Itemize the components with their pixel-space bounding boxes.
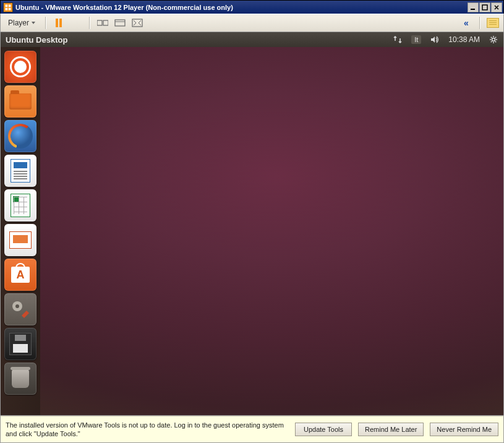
player-toolbar: Player « — [0, 14, 504, 32]
network-icon[interactable] — [393, 35, 403, 44]
unity-launcher: A — [1, 47, 40, 415]
never-remind-button[interactable]: Never Remind Me — [430, 423, 498, 436]
pause-vm-button[interactable] — [52, 16, 66, 30]
toolbar-separator — [89, 17, 90, 29]
manage-button[interactable] — [486, 16, 500, 30]
close-button[interactable] — [491, 2, 502, 12]
fullscreen-button[interactable] — [130, 16, 144, 30]
launcher-dash[interactable] — [4, 51, 36, 83]
launcher-trash[interactable] — [4, 363, 36, 395]
svg-rect-8 — [115, 20, 125, 26]
player-menu[interactable]: Player — [4, 17, 39, 28]
vmware-app-icon — [3, 2, 13, 12]
window-titlebar: Ubuntu - VMware Workstation 12 Player (N… — [0, 0, 504, 14]
panel-title: Ubuntu Desktop — [6, 35, 67, 45]
ubuntu-top-panel: Ubuntu Desktop It 10:38 AM — [1, 32, 503, 47]
minimize-button[interactable] — [468, 2, 479, 12]
caret-down-icon — [32, 22, 35, 24]
toolbar-separator — [45, 17, 46, 29]
trash-icon — [12, 369, 29, 388]
maximize-button[interactable] — [479, 2, 490, 12]
firefox-icon — [8, 124, 33, 148]
remind-later-button[interactable]: Remind Me Later — [358, 423, 424, 436]
language-indicator[interactable]: It — [411, 35, 421, 44]
toolbar-separator — [479, 17, 480, 29]
svg-point-13 — [15, 304, 19, 308]
collapse-toolbar-button[interactable]: « — [459, 16, 473, 30]
player-menu-label: Player — [8, 19, 29, 27]
update-tools-button[interactable]: Update Tools — [295, 423, 352, 436]
svg-rect-6 — [97, 20, 102, 25]
svg-rect-0 — [6, 4, 8, 7]
svg-rect-7 — [103, 20, 108, 25]
svg-rect-5 — [482, 5, 487, 10]
svg-rect-1 — [9, 4, 11, 7]
send-ctrl-alt-del-button[interactable] — [96, 16, 109, 30]
svg-rect-4 — [471, 9, 475, 10]
launcher-system-settings[interactable] — [4, 293, 36, 325]
svg-point-11 — [492, 38, 495, 41]
vm-display-area: Ubuntu Desktop It 10:38 AM — [0, 32, 504, 416]
launcher-files[interactable] — [4, 85, 36, 118]
launcher-floppy-disk[interactable] — [4, 328, 36, 360]
vmware-tools-notification: The installed version of VMware Tools is… — [0, 416, 504, 443]
shopping-bag-icon: A — [11, 267, 30, 283]
unity-mode-button[interactable] — [113, 16, 127, 30]
launcher-writer[interactable] — [4, 155, 36, 187]
svg-rect-2 — [6, 7, 8, 10]
launcher-impress[interactable] — [4, 224, 36, 256]
system-gear-icon[interactable] — [489, 35, 498, 45]
ubuntu-logo-icon — [10, 56, 31, 77]
pause-icon — [56, 19, 62, 27]
gear-wrench-icon — [9, 298, 32, 320]
document-icon — [11, 159, 30, 183]
volume-icon[interactable] — [430, 35, 440, 44]
panel-clock[interactable]: 10:38 AM — [448, 35, 480, 44]
ubuntu-desktop[interactable]: A — [1, 47, 503, 415]
power-menu-caret[interactable] — [69, 16, 83, 30]
launcher-calc[interactable] — [4, 189, 36, 222]
spreadsheet-icon — [11, 194, 30, 217]
presentation-icon — [9, 231, 32, 249]
launcher-software-center[interactable]: A — [4, 259, 36, 291]
note-icon — [487, 18, 499, 28]
window-title: Ubuntu - VMware Workstation 12 Player (N… — [15, 4, 468, 11]
notification-message: The installed version of VMware Tools is… — [6, 421, 289, 439]
floppy-disk-icon — [9, 333, 32, 355]
svg-rect-3 — [9, 7, 11, 10]
folder-icon — [9, 93, 32, 110]
launcher-firefox[interactable] — [4, 120, 36, 152]
